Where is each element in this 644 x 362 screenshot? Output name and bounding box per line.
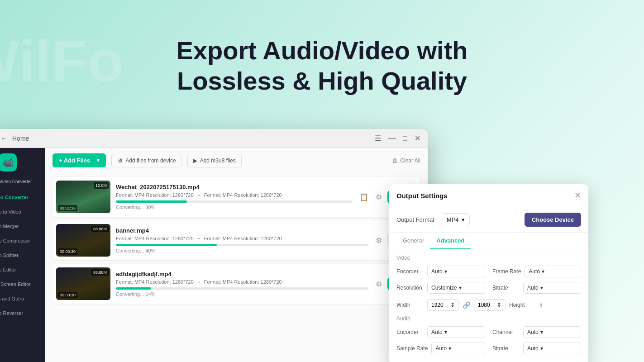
sidebar-item-converter[interactable]: eo Converter [0,190,45,205]
file-thumbnail: 00:01:16 12.0M [56,181,110,213]
format-arrow-icon: → [196,192,201,198]
sidebar-label-compressor: io Compressor [0,238,30,243]
framerate-select[interactable]: Auto ▾ [525,266,581,277]
clear-all-label: Clear All [400,157,420,164]
video-settings-grid: Encorder Auto ▾ Frame Rate Auto ▾ Resolu… [396,266,581,294]
settings-icon-button[interactable]: ⚙ [374,234,384,247]
title-bar: ← Home ☰ — □ ✕ [0,129,428,148]
sidebar: 📹 · Video Converter eo Converter io to V… [0,148,45,362]
panel-close-button[interactable]: ✕ [574,191,581,200]
format-to: Format: MP4 Resolution: 1280*720 [204,192,282,198]
output-settings-panel: Output Settings ✕ Output Format MP4 ▾ Ch… [389,184,588,362]
resolution-select[interactable]: Customize ▾ [427,282,485,294]
audio-encoder-setting: Encorder Auto ▾ [396,326,485,338]
audio-bitrate-select[interactable]: Auto ▾ [523,343,581,354]
tab-advanced[interactable]: Advanced [430,233,471,249]
sidebar-label-converter: eo Converter [0,195,29,200]
sidebar-item-merger[interactable]: io Merger [0,219,45,233]
settings-icon-button[interactable]: ⚙ [374,191,384,203]
file-thumbnail: 00:00:30 88.88M [56,267,110,300]
sidebar-item-intro-outro[interactable]: g and Outro [0,291,45,306]
choose-device-button[interactable]: Choose Device [525,213,581,227]
framerate-setting: Frame Rate Auto ▾ [492,266,581,277]
file-format-row: Format: MP4 Resolution: 1280*720 → Forma… [116,192,352,198]
panel-title: Output Settings [396,192,448,200]
close-button[interactable]: ✕ [415,134,420,143]
encoder-label: Encorder [396,268,424,275]
sample-rate-chevron-icon: ▾ [448,345,451,352]
file-name: adfdagijdfkadjf.mp4 [116,271,368,277]
format-select[interactable]: MP4 ▾ [442,213,470,226]
video-bitrate-select[interactable]: Auto ▾ [523,282,581,294]
file-size-badge: 88.88M [91,226,109,232]
file-name: banner.mp4 [116,227,368,234]
sidebar-item-splitter[interactable]: io Splitter [0,248,45,262]
minimize-button[interactable]: — [388,134,396,143]
format-arrow-icon: → [196,279,201,285]
channel-value: Auto [527,329,539,335]
m3u8-icon: ▶ [193,157,197,164]
add-device-button[interactable]: 🖥 Add files from device [111,154,181,167]
channel-label: Channel [492,329,520,335]
height-value: 1080 [478,302,490,308]
app-body: 📹 · Video Converter eo Converter io to V… [0,148,428,362]
panel-format-row: Output Format MP4 ▾ Choose Device [389,207,588,233]
sidebar-item-editor[interactable]: io Editor [0,262,45,277]
sidebar-app-title: · Video Converter [0,179,36,190]
clear-all-button[interactable]: 🗑 Clear All [392,157,420,164]
progress-text: Converting... 40% [116,248,368,253]
add-m3u8-button[interactable]: ▶ Add m3u8 files [187,154,242,167]
height-stepper-icon[interactable]: ⇕ [497,302,501,308]
audio-settings-grid: Encorder Auto ▾ Channel Auto ▾ Sample Ra… [396,326,581,354]
height-input[interactable]: 1080 ⇕ [474,299,506,311]
framerate-value: Auto [529,268,540,275]
format-value: MP4 [447,216,459,223]
back-button[interactable]: ← [0,135,7,142]
window-title: Home [12,135,29,142]
framerate-chevron-icon: ▾ [542,268,544,275]
sidebar-item-screen-editor[interactable]: : Screen Editor [0,277,45,291]
format-from: Format: MP4 Resolution: 1280*720 [116,279,194,285]
sidebar-app-name: · Video Converter [0,179,32,184]
sidebar-label-audio-to-video: io to Video [0,209,21,214]
channel-setting: Channel Auto ▾ [492,326,581,338]
add-files-button[interactable]: + Add Files ▾ [52,153,106,167]
audio-encoder-select[interactable]: Auto ▾ [427,326,485,338]
encoder-select[interactable]: Auto ▾ [427,266,485,277]
sample-rate-select[interactable]: Auto ▾ [431,343,485,354]
format-chevron-icon: ▾ [462,216,465,223]
add-files-label: + Add Files [59,157,90,164]
add-device-label: Add files from device [125,157,176,164]
panel-header: Output Settings ✕ [389,184,588,207]
sidebar-item-compressor[interactable]: io Compressor [0,233,45,248]
file-info: Wechat_20220725175130.mp4 Format: MP4 Re… [116,184,352,210]
menu-icon[interactable]: ☰ [375,134,381,143]
audio-encoder-chevron-icon: ▾ [444,329,447,335]
file-size-badge: 88.88M [91,269,109,276]
app-window: ← Home ☰ — □ ✕ 📹 · Video Converter eo Co… [0,129,428,362]
tab-general[interactable]: General [396,233,430,249]
progress-text: Converting... 30% [116,205,352,210]
copy-icon-button[interactable]: 📋 [358,191,370,203]
file-duration: 00:00:30 [58,248,77,255]
settings-icon-button[interactable]: ⚙ [374,278,384,290]
encoder-value: Auto [431,268,443,275]
table-row: 00:00:30 88.88M adfdagijdfkadjf.mp4 Form… [52,264,420,304]
sidebar-item-audio-to-video[interactable]: io to Video [0,205,45,219]
width-stepper-icon[interactable]: ⇕ [450,302,455,308]
add-m3u8-label: Add m3u8 files [200,157,236,164]
height-label: Height [509,302,536,308]
video-bitrate-setting: Bitrate Auto ▾ [492,282,581,294]
width-input[interactable]: 1920 ⇕ [427,299,459,311]
sample-rate-setting: Sample Rate Auto ▾ [396,343,485,354]
sidebar-item-reverser[interactable]: io Reverser [0,306,45,320]
resolution-value: Customize [431,285,457,291]
framerate-label: Frame Rate [492,268,521,275]
maximize-button[interactable]: □ [403,134,407,143]
progress-bar-bg [116,200,352,203]
add-files-chevron[interactable]: ▾ [93,157,100,163]
channel-select[interactable]: Auto ▾ [523,326,581,338]
format-from: Format: MP4 Resolution: 1280*720 [116,236,194,241]
hero-title-line2: Lossless & High Quality [177,67,467,95]
video-section-label: Video [396,255,581,261]
